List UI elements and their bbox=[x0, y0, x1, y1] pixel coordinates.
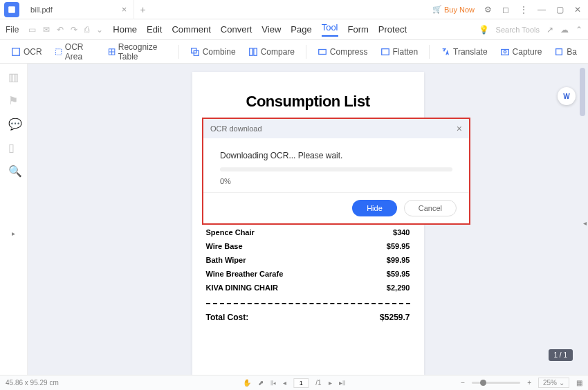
dialog-close-icon[interactable]: × bbox=[457, 123, 462, 134]
close-window-icon[interactable]: ✕ bbox=[573, 5, 582, 15]
progress-bar bbox=[220, 167, 452, 171]
document-tab[interactable]: bill.pdf × bbox=[24, 0, 134, 19]
hand-tool-icon[interactable]: ✋ bbox=[243, 379, 251, 387]
zoom-in-icon[interactable]: + bbox=[527, 379, 531, 387]
gift-icon[interactable]: ⚙ bbox=[483, 5, 493, 15]
total-row: Total Cost:$5259.7 bbox=[206, 313, 410, 322]
minimize-icon[interactable]: — bbox=[537, 5, 546, 15]
zoom-select[interactable]: 25%⌄ bbox=[538, 378, 569, 388]
collapse-ribbon-icon[interactable]: ⌃ bbox=[576, 25, 582, 35]
tab-title: bill.pdf bbox=[30, 6, 53, 14]
menubar: File ▭ ✉ ↶ ↷ ⎙ ⌄ Home Edit Comment Conve… bbox=[0, 19, 588, 40]
more-icon[interactable]: ⋮ bbox=[519, 5, 529, 15]
svg-point-13 bbox=[504, 50, 506, 53]
expand-sidebar-icon[interactable]: ▸ bbox=[12, 230, 15, 237]
undo-icon[interactable]: ↶ bbox=[57, 25, 64, 35]
menu-page[interactable]: Page bbox=[291, 24, 311, 35]
doc-title: Consumption List bbox=[206, 93, 410, 111]
vertical-scrollbar[interactable] bbox=[580, 68, 585, 116]
menu-edit[interactable]: Edit bbox=[147, 24, 162, 35]
word-export-badge[interactable]: W bbox=[558, 87, 576, 105]
menu-view[interactable]: View bbox=[261, 24, 281, 35]
svg-rect-2 bbox=[55, 48, 61, 54]
svg-rect-11 bbox=[381, 48, 389, 55]
bulb-icon[interactable]: 💡 bbox=[479, 25, 489, 35]
search-panel-icon[interactable]: 🔍 bbox=[8, 165, 19, 176]
file-menu[interactable]: File bbox=[6, 25, 19, 35]
left-sidebar: ▥ ⚑ 💬 ▯ 🔍 ▸ bbox=[0, 64, 28, 375]
mail-icon[interactable]: ✉ bbox=[43, 25, 50, 35]
recognize-table-button[interactable]: Recognize Table bbox=[104, 39, 172, 64]
thumbnails-icon[interactable]: ▥ bbox=[8, 71, 19, 82]
menu-comment[interactable]: Comment bbox=[172, 24, 210, 35]
menu-protect[interactable]: Protect bbox=[378, 24, 407, 35]
tool-toolbar: OCR OCR Area Recognize Table Combine Com… bbox=[0, 40, 588, 64]
maximize-icon[interactable]: ▢ bbox=[555, 5, 564, 15]
zoom-out-icon[interactable]: − bbox=[461, 379, 465, 387]
page-number-input[interactable] bbox=[293, 378, 309, 388]
dialog-title: OCR download bbox=[210, 124, 262, 133]
menu-form[interactable]: Form bbox=[348, 24, 369, 35]
redo-icon[interactable]: ↷ bbox=[71, 25, 77, 35]
flatten-button[interactable]: Flatten bbox=[376, 44, 423, 59]
divider bbox=[206, 303, 410, 304]
table-row: Bath Wiper$99.95 bbox=[206, 253, 410, 267]
prev-page-icon[interactable]: ◂ bbox=[283, 379, 286, 387]
titlebar: bill.pdf × + 🛒 Buy Now ⚙ ◻ ⋮ — ▢ ✕ bbox=[0, 0, 588, 19]
compress-button[interactable]: Compress bbox=[313, 44, 372, 59]
table-row: Wine Breather Carafe$59.95 bbox=[206, 267, 410, 281]
table-row: Spence Chair$340 bbox=[206, 225, 410, 239]
page-total: /1 bbox=[315, 379, 321, 387]
svg-rect-1 bbox=[12, 48, 20, 55]
print-icon[interactable]: ⎙ bbox=[84, 25, 89, 35]
ocr-button[interactable]: OCR bbox=[7, 44, 46, 59]
buy-now-link[interactable]: 🛒 Buy Now bbox=[432, 5, 475, 14]
dialog-message: Downloading OCR... Please wait. bbox=[220, 151, 452, 160]
svg-rect-10 bbox=[319, 49, 327, 54]
search-tools-input[interactable]: Search Tools bbox=[496, 26, 540, 34]
bookmark-icon[interactable]: ⚑ bbox=[8, 94, 19, 105]
close-tab-icon[interactable]: × bbox=[122, 4, 127, 15]
comment-panel-icon[interactable]: 💬 bbox=[8, 118, 19, 129]
select-tool-icon[interactable]: ⬈ bbox=[258, 379, 264, 387]
last-page-icon[interactable]: ▸⦀ bbox=[339, 379, 345, 387]
fit-page-icon[interactable]: ▦ bbox=[576, 379, 582, 387]
translate-button[interactable]: Translate bbox=[437, 44, 492, 59]
ocr-download-dialog: OCR download × Downloading OCR... Please… bbox=[202, 118, 470, 225]
combine-button[interactable]: Combine bbox=[186, 44, 240, 59]
svg-rect-8 bbox=[249, 48, 252, 55]
cloud-icon[interactable]: ☁ bbox=[560, 25, 569, 35]
add-tab-button[interactable]: + bbox=[134, 4, 151, 15]
statusbar: 45.86 x 95.29 cm ✋ ⬈ ⦀◂ ◂ /1 ▸ ▸⦀ − + 25… bbox=[0, 375, 588, 390]
batch-button[interactable]: Ba bbox=[550, 44, 581, 59]
expand-right-icon[interactable]: ◂ bbox=[583, 219, 587, 227]
dialog-titlebar[interactable]: OCR download × bbox=[203, 119, 469, 138]
table-row: KIVA DINING CHAIR$2,290 bbox=[206, 281, 410, 295]
progress-percent: 0% bbox=[220, 177, 452, 185]
notification-icon[interactable]: ◻ bbox=[501, 5, 511, 15]
page-indicator-badge: 1 / 1 bbox=[549, 349, 573, 361]
attachment-icon[interactable]: ▯ bbox=[8, 141, 19, 152]
save-icon[interactable]: ▭ bbox=[28, 25, 36, 35]
next-page-icon[interactable]: ▸ bbox=[329, 379, 332, 387]
ocr-area-button[interactable]: OCR Area bbox=[50, 39, 100, 64]
chevron-down-icon[interactable]: ⌄ bbox=[96, 25, 103, 35]
menu-tool[interactable]: Tool bbox=[322, 22, 338, 37]
table-row: Wire Base$59.95 bbox=[206, 239, 410, 253]
hide-button[interactable]: Hide bbox=[352, 200, 397, 216]
zoom-slider[interactable] bbox=[472, 382, 520, 384]
menu-home[interactable]: Home bbox=[113, 24, 137, 35]
share-icon[interactable]: ↗ bbox=[546, 25, 553, 35]
svg-rect-0 bbox=[8, 6, 15, 13]
cancel-button[interactable]: Cancel bbox=[404, 200, 457, 216]
compare-button[interactable]: Compare bbox=[244, 44, 299, 59]
first-page-icon[interactable]: ⦀◂ bbox=[270, 379, 276, 387]
svg-rect-9 bbox=[254, 48, 257, 55]
menu-convert[interactable]: Convert bbox=[221, 24, 252, 35]
svg-rect-14 bbox=[556, 48, 562, 55]
app-logo-icon bbox=[4, 2, 19, 17]
capture-button[interactable]: Capture bbox=[496, 44, 546, 59]
page-dimensions: 45.86 x 95.29 cm bbox=[6, 379, 59, 387]
